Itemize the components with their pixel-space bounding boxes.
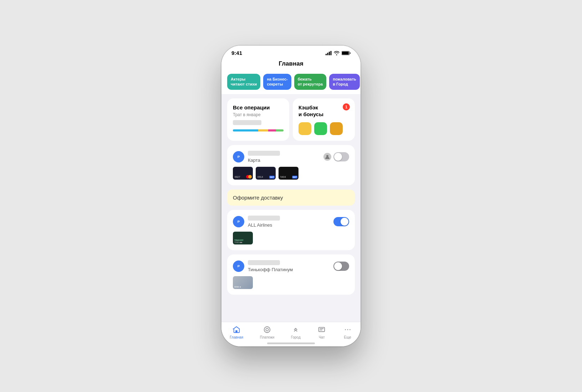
cashback-circle-gold — [330, 122, 343, 135]
nav-label-payments: Платежи — [260, 335, 275, 339]
cashback-circle-yellow — [298, 122, 311, 135]
account-section-airlines[interactable]: P ALL Airlines TINKOFF 706 — [227, 210, 355, 250]
account-icon-platinum: P — [233, 261, 244, 272]
status-time: 9:41 — [231, 50, 242, 56]
svg-point-17 — [345, 329, 346, 330]
account-info-platinum: Тинькофф Платинум — [248, 260, 333, 273]
mini-card-airlines-7060[interactable]: TINKOFF 7060 ■■ — [233, 232, 253, 244]
cards-list-airlines: TINKOFF 7060 ■■ — [233, 232, 349, 244]
airlines-card-number: 7060 ■■ — [234, 241, 251, 243]
nav-label-home: Главная — [230, 335, 243, 339]
operations-amount-blur — [233, 120, 261, 125]
delivery-text: Оформите доставку — [233, 195, 283, 201]
account-toggle-area-karta — [323, 152, 349, 161]
account-icon-karta: P — [233, 151, 244, 163]
wifi-icon — [334, 51, 340, 55]
account-icon-airlines: P — [233, 216, 244, 227]
page-title: Главная — [279, 60, 303, 67]
svg-point-14 — [264, 327, 270, 333]
nav-label-chat: Чат — [319, 335, 325, 339]
account-header-karta: P Карта — [233, 151, 349, 163]
svg-text:P: P — [238, 220, 240, 223]
mini-card-platinum-6890[interactable]: 6890 ● — [233, 276, 253, 289]
nav-item-home[interactable]: Главная — [230, 325, 243, 339]
toggle-karta[interactable] — [333, 152, 349, 161]
svg-text:P: P — [238, 155, 240, 159]
cashback-badge: 1 — [343, 103, 350, 110]
toggle-platinum[interactable] — [333, 262, 349, 271]
tinkoff-card-number: 6890 ● — [234, 286, 251, 288]
person-icon-karta — [323, 153, 331, 161]
operations-title: Все операции — [233, 104, 284, 111]
account-section-platinum[interactable]: P Тинькофф Платинум 6890 ● — [227, 254, 355, 295]
account-header-airlines: P ALL Airlines — [233, 216, 349, 228]
nav-item-payments[interactable]: Платежи — [260, 325, 275, 339]
status-icons — [326, 51, 351, 55]
cashback-circle-green — [314, 122, 327, 135]
account-toggle-area-airlines — [333, 217, 349, 226]
operations-widget[interactable]: Все операции Трат в январе — [227, 98, 289, 141]
account-name-platinum: Тинькофф Платинум — [248, 267, 293, 272]
toggle-thumb-platinum — [334, 262, 342, 270]
nav-item-more[interactable]: Еще — [343, 325, 352, 339]
account-info-karta: Карта — [248, 151, 323, 163]
promo-card-0[interactable]: Актерычитают стихи — [227, 74, 260, 90]
mini-card-5404[interactable]: 5404 МИР — [279, 167, 298, 180]
cashback-circles — [298, 122, 349, 135]
mini-card-0914[interactable]: 0914 МИР — [256, 167, 276, 180]
account-info-airlines: ALL Airlines — [248, 216, 333, 228]
svg-rect-16 — [319, 327, 325, 332]
account-name-karta: Карта — [248, 158, 260, 163]
toggle-thumb-airlines — [341, 218, 348, 226]
mir-badge-5404: МИР — [292, 176, 297, 179]
cashback-widget[interactable]: Кэшбэки бонусы 1 — [293, 98, 355, 141]
cards-list-karta: 6827 0914 МИР 5404 МИР — [233, 167, 349, 180]
payments-icon — [262, 325, 272, 334]
nav-label-more: Еще — [344, 335, 351, 339]
account-section-karta[interactable]: P Карта — [227, 145, 355, 185]
promo-row: Актерычитают стихи на Бизнес-секреты беж… — [221, 71, 361, 94]
svg-rect-13 — [236, 330, 238, 332]
content-area: Все операции Трат в январе Кэшбэки бонус… — [221, 94, 361, 346]
mir-badge-0914: МИР — [269, 176, 275, 179]
account-toggle-area-platinum — [333, 262, 349, 271]
account-name-airlines: ALL Airlines — [248, 222, 272, 228]
nav-item-chat[interactable]: Чат — [317, 325, 326, 339]
cards-list-platinum: 6890 ● — [233, 276, 349, 289]
home-icon — [232, 325, 241, 334]
account-header-platinum: P Тинькофф Платинум — [233, 260, 349, 273]
signal-icon — [326, 51, 332, 55]
svg-rect-2 — [329, 52, 330, 55]
svg-rect-5 — [342, 52, 349, 55]
account-amount-platinum-blur — [248, 260, 280, 265]
promo-card-3[interactable]: пожаловатьв Город — [329, 74, 360, 90]
nav-item-city[interactable]: Город — [291, 325, 301, 339]
mini-card-6827[interactable]: 6827 — [233, 167, 253, 180]
svg-text:P: P — [238, 264, 240, 268]
spending-progress-bar — [233, 129, 284, 131]
widgets-row: Все операции Трат в январе Кэшбэки бонус… — [227, 98, 355, 141]
delivery-banner[interactable]: Оформите доставку — [227, 190, 355, 206]
phone-device: 9:41 — [221, 46, 361, 346]
page-header: Главная — [221, 59, 361, 71]
progress-bar-container — [233, 129, 284, 131]
svg-rect-0 — [326, 54, 327, 55]
more-icon — [343, 325, 352, 334]
promo-card-2[interactable]: бежатьот рекрутера — [294, 74, 326, 90]
cashback-title: Кэшбэки бонусы — [298, 104, 349, 118]
promo-card-1[interactable]: на Бизнес-секреты — [263, 74, 291, 90]
svg-point-15 — [266, 328, 268, 331]
account-amount-airlines-blur — [248, 216, 280, 221]
city-icon — [291, 325, 300, 334]
svg-point-19 — [349, 329, 351, 330]
svg-point-18 — [347, 329, 348, 330]
account-amount-karta-blur — [248, 151, 280, 156]
home-indicator — [267, 342, 315, 344]
svg-rect-1 — [327, 53, 328, 55]
battery-icon — [342, 51, 351, 55]
svg-rect-3 — [331, 51, 332, 55]
nav-label-city: Город — [291, 335, 301, 339]
chat-icon — [317, 325, 326, 334]
toggle-airlines[interactable] — [333, 217, 349, 226]
toggle-thumb-karta — [334, 153, 342, 161]
